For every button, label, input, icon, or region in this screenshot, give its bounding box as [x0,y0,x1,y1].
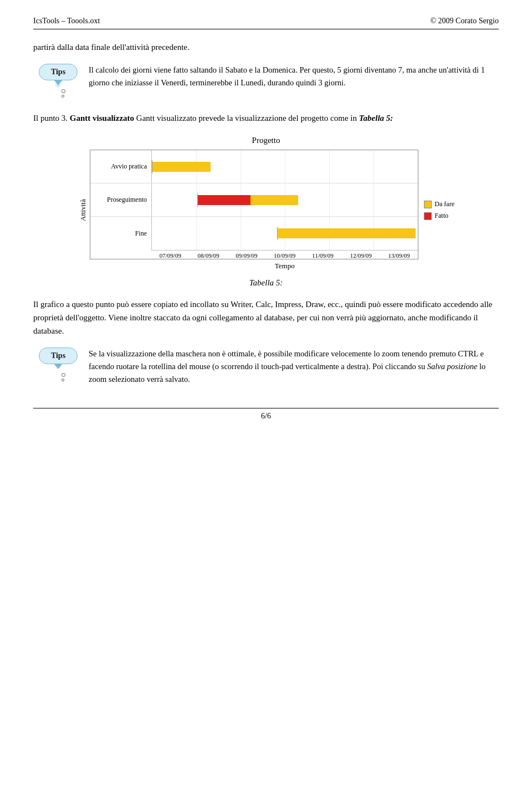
gantt-chart: Progetto Attività Avvio pratica [78,136,454,270]
chart-legend: Da fare Fatto [418,150,454,270]
bar-1-red [197,195,250,205]
gantt-label: Gantt visualizzato [70,114,134,122]
gantt-row-1: Proseguimento [90,183,418,217]
tips-dot-large [62,89,65,93]
gantt-text: Gantt visualizzato prevede la visualizza… [136,114,359,122]
legend-box-0 [424,201,432,208]
para1-block: Il grafico a questo punto può essere cop… [33,298,499,338]
x-label-6: 13/09/09 [380,251,418,259]
intro-paragraph: partirà dalla data finale dell'attività … [33,40,499,54]
bars-area-1 [151,183,418,216]
gantt-row-2: Fine [90,217,418,250]
x-label-5: 12/09/09 [342,251,380,259]
x-label-3: 10/09/09 [265,251,304,259]
tips-bubble-2: Tips [39,348,78,364]
gantt-row-0: Avvio pratica [90,150,418,183]
x-label-4: 11/09/09 [304,251,342,259]
bars-area-2 [151,217,418,250]
x-label-1: 08/09/09 [190,251,228,259]
row-label-1: Proseguimento [90,196,151,204]
section-point3-heading: Il punto 3. Gantt visualizzato Gantt vis… [33,111,499,125]
x-label-2: 09/09/09 [228,251,266,259]
tips-text-1: Il calcolo dei giorni viene fatto saltan… [89,64,499,89]
tips-icon-2: Tips [33,348,83,383]
chart-main: Avvio pratica [90,150,418,270]
legend-item-0: Da fare [424,200,454,208]
tips-block-2: Tips Se la visualizzazione della mascher… [33,348,499,386]
tips2-text-part1: Se la visualizzazione della maschera non… [89,349,484,371]
legend-label-0: Da fare [434,200,454,208]
row-label-0: Avvio pratica [90,162,151,171]
bar-1-yellow [250,195,298,205]
header-title: IcsTools – Toools.oxt [33,17,100,25]
point3-label: Il punto 3. [33,114,68,122]
legend-label-1: Fatto [434,212,448,220]
table-caption: Tabella 5: [33,278,499,288]
header: IcsTools – Toools.oxt © 2009 Corato Serg… [33,17,499,29]
para1-text: Il grafico a questo punto può essere cop… [33,300,493,335]
gantt-x-axis: 07/09/09 08/09/09 09/09/09 10/09/09 11/0… [151,250,418,259]
tips-dot2-small [62,379,64,381]
tips-dot-small [62,95,64,98]
chart-title: Progetto [78,136,454,145]
chart-x-title: Tempo [151,262,418,270]
tips-dots-1 [52,89,65,99]
page-number: 6/6 [261,412,271,420]
tips-icon-1: Tips [33,64,83,99]
x-label-0: 07/09/09 [151,251,190,259]
bar-2-yellow [277,228,416,238]
footer: 6/6 [33,408,499,421]
header-copyright: © 2009 Corato Sergio [430,17,499,25]
chart-y-label: Attività [78,150,89,270]
chart-area: Attività Avvio pratica [78,150,454,270]
tips2-italic: Salva posizione [427,362,478,371]
tips-dot2-large [62,373,65,377]
bar-0-0 [152,162,211,172]
page: IcsTools – Toools.oxt © 2009 Corato Serg… [0,0,532,432]
tips-text-2: Se la visualizzazione della maschera non… [89,348,499,386]
legend-box-1 [424,212,432,220]
tips-dots-2 [52,373,65,383]
row-label-2: Fine [90,229,151,238]
intro-text: partirà dalla data finale dell'attività … [33,43,190,52]
gantt-rows: Avvio pratica [90,150,418,250]
tips-block-1: Tips Il calcolo dei giorni viene fatto s… [33,64,499,99]
tips-bubble-1: Tips [39,64,78,80]
chart-inner: Avvio pratica [90,150,418,259]
bars-area-0 [151,150,418,183]
tabella5-ref: Tabella 5: [359,114,393,122]
legend-item-1: Fatto [424,212,454,220]
